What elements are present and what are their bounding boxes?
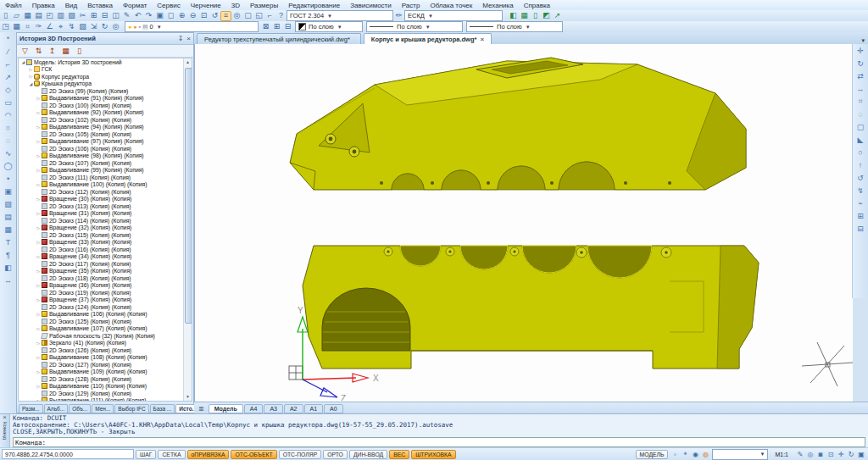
tree-expander[interactable]: ▷ <box>36 312 42 317</box>
region-icon[interactable]: ▣ <box>2 185 14 197</box>
new-icon[interactable]: ▯ <box>0 11 11 21</box>
tree-item[interactable]: ▷ Вращение (34) (Копия) (Копия) <box>19 253 184 261</box>
tree-item[interactable]: ▷ ГСК <box>19 66 184 74</box>
tree-item[interactable]: ▷ Выдавливание (106) (Копия) (Копия) <box>19 311 184 319</box>
tree-item[interactable]: ▷ Выдавливание (100) (Копия) (Копия) <box>19 181 184 189</box>
ellipse-icon[interactable]: ◯ <box>2 159 14 172</box>
redo-icon[interactable]: ↷ <box>143 11 154 21</box>
open-icon[interactable]: ▱ <box>11 11 22 21</box>
command-input[interactable]: Команда: <box>13 437 865 447</box>
tree-expander[interactable]: ▷ <box>36 384 42 389</box>
save-icon[interactable]: ▦ <box>22 11 33 21</box>
mirror3d-icon[interactable]: ⇄ <box>854 69 867 82</box>
menu-item[interactable]: Размеры <box>245 2 283 9</box>
cloud-icon[interactable]: ◌ <box>2 134 14 147</box>
union-icon[interactable]: ⊞ <box>854 209 867 222</box>
layout-tab[interactable]: A4 <box>244 404 264 413</box>
dock-tab[interactable]: Мен... <box>92 404 114 413</box>
print-preview-icon[interactable]: ◰ <box>44 11 55 21</box>
tree-item[interactable]: 2D Эскиз (117) (Копия) (Копия) <box>19 260 184 268</box>
standard-combo[interactable]: ЕСКД▼ <box>404 10 503 21</box>
tree-item[interactable]: ◢ Крышка редуктора <box>19 80 184 88</box>
tree-expander[interactable]: ▷ <box>36 110 42 115</box>
tree-item[interactable]: ▷ Выдавливание (108) (Копия) (Копия) <box>19 354 184 362</box>
update-icon[interactable]: ↻ <box>99 22 110 32</box>
zoom-window-icon[interactable]: ⊡ <box>198 11 209 21</box>
dock-tab[interactable]: Разм... <box>19 404 43 413</box>
spline-icon[interactable]: ∿ <box>2 147 14 159</box>
command-panel-tab[interactable]: × Команд <box>0 414 10 448</box>
hatch-icon[interactable]: ▨ <box>77 22 88 32</box>
revolve-icon[interactable]: ↺ <box>854 171 867 184</box>
select-icon[interactable]: ◻ <box>165 11 176 21</box>
cut-icon[interactable]: ✂ <box>77 11 88 21</box>
menu-item[interactable]: Редактирование <box>283 2 345 9</box>
tree-item[interactable]: 2D Эскиз (125) (Копия) (Копия) <box>19 318 184 325</box>
gradient-icon[interactable]: ▤ <box>2 210 14 223</box>
pin-icon[interactable]: ↧ <box>178 35 184 42</box>
tree-item[interactable]: ▷ Выдавливание (98) (Копия) (Копия) <box>19 152 184 160</box>
model-space-button[interactable]: МОДЕЛЬ <box>636 450 669 459</box>
clean-screen-icon[interactable]: ▢ <box>242 11 253 21</box>
record-icon[interactable]: ◙ <box>815 449 826 459</box>
tree-expander[interactable]: ▷ <box>28 74 34 79</box>
tree-expander[interactable]: ▷ <box>36 297 42 302</box>
tree-item[interactable]: 2D Эскиз (105) (Копия) (Копия) <box>19 130 184 138</box>
menu-item[interactable]: Механика <box>477 2 518 9</box>
tree-item[interactable]: ▷ Вращение (30) (Копия) (Копия) <box>19 196 184 203</box>
menu-item[interactable]: Растр <box>397 2 426 9</box>
search-icon[interactable]: ◎ <box>110 22 121 32</box>
tree-item[interactable]: 2D Эскиз (118) (Копия) (Копия) <box>19 274 184 282</box>
window-icon[interactable]: ◱ <box>253 11 264 21</box>
zoom-prev-icon[interactable]: ↺ <box>209 11 220 21</box>
blocks2-icon[interactable]: ▦ <box>60 46 71 56</box>
tree-item[interactable]: 2D Эскиз (102) (Копия) (Копия) <box>19 116 184 124</box>
annotate-icon[interactable]: ✑ <box>33 22 44 32</box>
angle-icon[interactable]: ∠ <box>44 22 55 32</box>
close-icon[interactable]: × <box>480 36 484 43</box>
table-icon[interactable]: ▦ <box>519 11 530 21</box>
measure-icon[interactable]: ⌐ <box>264 11 275 21</box>
tree-expander[interactable]: ▷ <box>36 398 42 401</box>
menu-item[interactable]: Облака точек <box>425 2 477 9</box>
layout-tab[interactable]: A2 <box>284 404 303 413</box>
menu-item[interactable]: Сервис <box>152 2 185 9</box>
find-icon[interactable]: ◎ <box>231 11 242 21</box>
close-icon[interactable]: × <box>186 35 191 42</box>
tree-expander[interactable]: ▷ <box>36 341 42 346</box>
filter-icon[interactable]: ▽ <box>19 46 31 56</box>
zoom-out-icon[interactable]: ⊖ <box>187 11 198 21</box>
tree-expander[interactable]: ▷ <box>36 96 42 101</box>
model-viewport[interactable]: Y X Z <box>194 44 853 402</box>
rotate-icon[interactable]: ↻ <box>854 57 867 69</box>
tree-expander[interactable]: ▷ <box>36 240 42 245</box>
paste-icon[interactable]: ⊟ <box>99 11 110 21</box>
polyline-icon[interactable]: ⌐ <box>2 58 14 70</box>
layout-tab[interactable]: A3 <box>264 404 283 413</box>
insert-block-icon[interactable]: ◫ <box>110 11 121 21</box>
status-toggle[interactable]: ОТС-ПОЛЯР <box>279 450 322 459</box>
block-icon[interactable]: ◧ <box>2 261 14 274</box>
doc-tab-reducer[interactable]: Редуктор трехступенчатый цилиндрический.… <box>197 33 361 44</box>
layer-combo[interactable]: ●●▪▤ 0 ▼ <box>125 21 259 32</box>
tree-item[interactable]: ▷ Выдавливание (92) (Копия) (Копия) <box>19 109 184 117</box>
grid3d-icon[interactable]: ⌗ <box>854 95 867 108</box>
tree-item[interactable]: 2D Эскиз (115) (Копия) (Копия) <box>19 231 184 239</box>
annotation-scale-combo[interactable]: ▼ <box>712 449 768 460</box>
tree-item[interactable]: ▷ Выдавливание (99) (Копия) (Копия) <box>19 167 184 175</box>
tab-overflow-button[interactable]: ▾ <box>858 37 868 44</box>
format-brush-icon[interactable]: ✎ <box>121 11 132 21</box>
bolt-icon[interactable]: ↯ <box>66 22 77 32</box>
plot-icon[interactable]: ▥ <box>55 11 66 21</box>
tree-expander[interactable]: ▷ <box>36 355 42 360</box>
export-icon[interactable]: ↗ <box>552 11 563 21</box>
dock-tab[interactable]: Альб... <box>44 404 69 413</box>
tree-item[interactable]: ▷ Выдавливание (111) (Копия) (Копия) <box>19 397 184 402</box>
tree-item[interactable]: 2D Эскиз (119) (Копия) (Копия) <box>19 289 184 297</box>
tree-expander[interactable]: ▷ <box>36 182 42 187</box>
format-icon[interactable]: ◳ <box>0 22 11 32</box>
linetype-combo[interactable]: По слою▼ <box>366 21 463 32</box>
tree-expander[interactable]: ▷ <box>36 283 42 288</box>
box-icon[interactable]: ▢ <box>854 120 867 133</box>
align-icon[interactable]: ↔ <box>854 82 867 95</box>
